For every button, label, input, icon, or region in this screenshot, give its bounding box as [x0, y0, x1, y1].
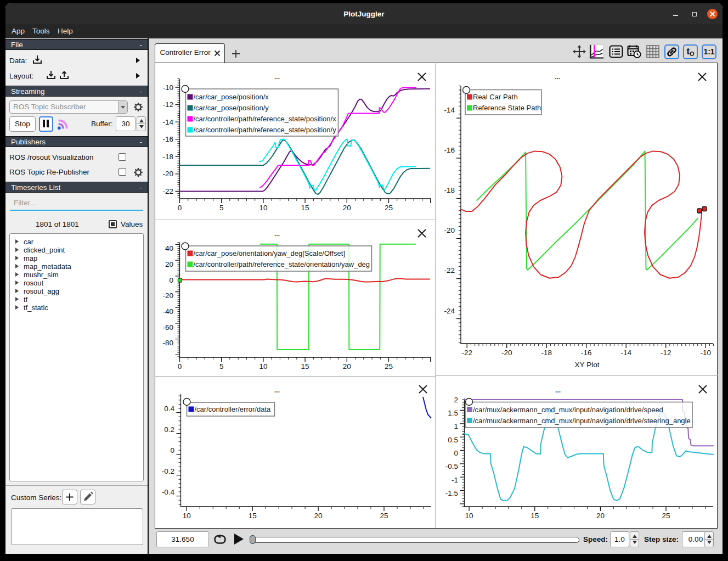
- svg-text:1.5: 1.5: [448, 409, 458, 417]
- svg-text:-18: -18: [162, 153, 173, 161]
- svg-text:-18: -18: [541, 349, 552, 357]
- svg-text:0: 0: [454, 449, 458, 457]
- svg-text:10: 10: [465, 512, 473, 520]
- svg-text:-16: -16: [444, 146, 455, 154]
- svg-text:5: 5: [219, 362, 224, 371]
- svg-text:-14: -14: [620, 349, 631, 357]
- svg-text:0: 0: [170, 446, 174, 455]
- svg-text:-22: -22: [444, 266, 455, 274]
- svg-text:/car/controller/path/reference: /car/controller/path/reference_state/ori…: [194, 260, 370, 268]
- svg-text:15: 15: [249, 512, 257, 520]
- svg-text:-22: -22: [162, 187, 173, 195]
- svg-text:...: ...: [274, 230, 280, 238]
- svg-text:-0.2: -0.2: [162, 467, 174, 475]
- svg-text:/car/controller/error/data: /car/controller/error/data: [195, 405, 271, 413]
- svg-text:Reference State Path: Reference State Path: [473, 104, 541, 112]
- svg-text:-0.5: -0.5: [445, 462, 458, 470]
- svg-text:25: 25: [385, 204, 393, 212]
- svg-text:0: 0: [178, 362, 182, 371]
- svg-text:-18: -18: [444, 186, 455, 194]
- svg-text:/car/mux/ackermann_cmd_mux/inp: /car/mux/ackermann_cmd_mux/input/navigat…: [473, 406, 663, 414]
- svg-text:/car/car_pose/orientation/yaw_: /car/car_pose/orientation/yaw_deg[Scale/…: [194, 249, 346, 257]
- svg-text:-0.4: -0.4: [162, 488, 175, 496]
- svg-text:-20: -20: [501, 349, 512, 357]
- svg-text:XY Plot: XY Plot: [575, 361, 600, 369]
- svg-text:-20: -20: [444, 226, 455, 234]
- svg-text:15: 15: [301, 362, 309, 371]
- svg-text:-16: -16: [581, 349, 592, 357]
- svg-text:20: 20: [343, 362, 351, 371]
- svg-text:/car/mux/ackermann_cmd_mux/inp: /car/mux/ackermann_cmd_mux/input/navigat…: [473, 417, 691, 425]
- svg-text:-12: -12: [661, 349, 671, 357]
- svg-text:15: 15: [301, 204, 309, 212]
- svg-text:0: 0: [169, 276, 173, 284]
- svg-text:0.5: 0.5: [448, 436, 458, 444]
- svg-text:2: 2: [454, 396, 458, 404]
- svg-text:25: 25: [385, 362, 393, 371]
- svg-text:10: 10: [259, 204, 267, 212]
- svg-text:-40: -40: [162, 307, 173, 316]
- svg-text:-20: -20: [162, 170, 173, 178]
- svg-text:10: 10: [259, 362, 267, 371]
- svg-text:-16: -16: [162, 135, 173, 143]
- svg-text:...: ...: [274, 73, 280, 81]
- svg-text:/car/controller/path/reference: /car/controller/path/reference_state/pos…: [194, 126, 337, 134]
- svg-text:/car/car_pose/position/y: /car/car_pose/position/y: [194, 104, 269, 112]
- svg-text:20: 20: [165, 260, 173, 268]
- svg-text:1: 1: [454, 422, 458, 430]
- svg-text:-14: -14: [162, 118, 173, 126]
- svg-text:...: ...: [555, 73, 560, 81]
- svg-text:...: ...: [274, 386, 280, 394]
- svg-text:25: 25: [380, 512, 388, 520]
- svg-text:/car/controller/path/reference: /car/controller/path/reference_state/pos…: [194, 115, 337, 123]
- svg-text:-12: -12: [162, 100, 173, 109]
- svg-text:-10: -10: [162, 83, 173, 92]
- svg-text:-14: -14: [444, 106, 455, 114]
- svg-text:-1: -1: [452, 476, 458, 484]
- svg-text:20: 20: [343, 204, 351, 212]
- svg-text:5: 5: [219, 204, 224, 212]
- svg-text:-24: -24: [444, 307, 455, 315]
- svg-text:Real Car Path: Real Car Path: [473, 93, 518, 101]
- svg-text:0.4: 0.4: [164, 405, 174, 413]
- svg-text:...: ...: [555, 386, 561, 394]
- svg-text:-20: -20: [162, 291, 173, 300]
- svg-text:-10: -10: [700, 349, 711, 357]
- svg-text:-60: -60: [162, 323, 173, 332]
- svg-text:-1.5: -1.5: [445, 489, 458, 497]
- svg-text:/car/car_pose/position/x: /car/car_pose/position/x: [194, 93, 269, 101]
- svg-text:-80: -80: [162, 339, 173, 347]
- svg-text:0.2: 0.2: [164, 425, 174, 434]
- svg-text:10: 10: [183, 512, 191, 520]
- svg-text:20: 20: [314, 512, 323, 520]
- svg-text:0: 0: [178, 204, 182, 212]
- svg-text:-22: -22: [461, 349, 472, 357]
- svg-text:40: 40: [165, 244, 173, 253]
- svg-text:20: 20: [596, 512, 605, 520]
- svg-text:25: 25: [662, 512, 670, 520]
- svg-text:15: 15: [531, 512, 539, 520]
